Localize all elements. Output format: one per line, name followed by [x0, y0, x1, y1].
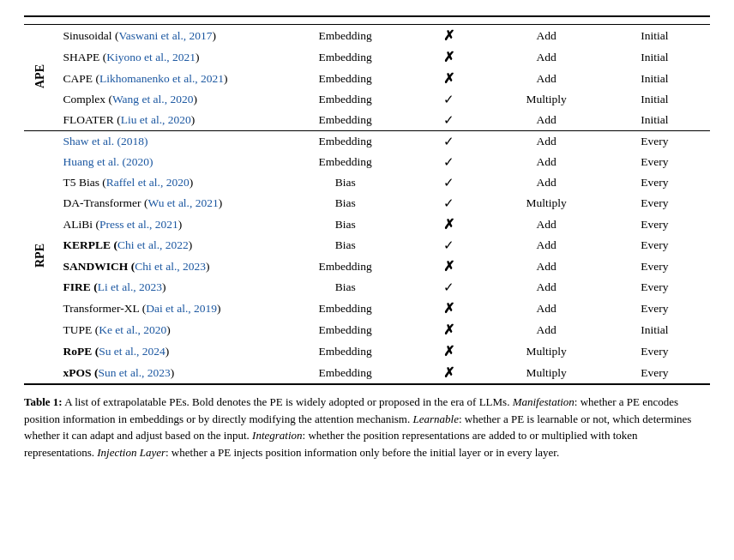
caption-learn-italic: Learnable [412, 412, 458, 425]
caption-label: Table 1: [24, 395, 63, 408]
table-caption: Table 1: A list of extrapolatable PEs. B… [24, 394, 710, 461]
table-row: T5 Bias (Raffel et al., 2020)Bias✓AddEve… [24, 172, 710, 193]
manifestation-cell: Embedding [286, 46, 405, 68]
manifestation-cell: Embedding [286, 25, 405, 47]
integration-cell: Add [493, 172, 599, 193]
table-row: Huang et al. (2020)Embedding✓AddEvery [24, 152, 710, 172]
manifestation-cell: Embedding [286, 131, 405, 153]
manifestation-cell: Embedding [286, 340, 405, 362]
table-row: CAPE (Likhomanenko et al., 2021)Embeddin… [24, 68, 710, 89]
table-row: ALiBi (Press et al., 2021)Bias✗AddEvery [24, 214, 710, 235]
learnable-cell: ✗ [405, 362, 493, 384]
learnable-cell: ✗ [405, 340, 493, 362]
learnable-cell: ✓ [405, 110, 493, 131]
manifestation-cell: Embedding [286, 89, 405, 110]
learnable-cell: ✗ [405, 46, 493, 68]
learnable-cell: ✓ [405, 277, 493, 298]
caption-inject-italic: Injection Layer [97, 446, 165, 459]
table-row: KERPLE (Chi et al., 2022)Bias✓AddEvery [24, 235, 710, 256]
integration-cell: Add [493, 68, 599, 89]
manifestation-cell: Embedding [286, 256, 405, 277]
injection-cell: Initial [599, 89, 710, 110]
table-row: SANDWICH (Chi et al., 2023)Embedding✗Add… [24, 256, 710, 277]
manifestation-cell: Bias [286, 214, 405, 235]
header-manifestation [286, 16, 405, 25]
integration-cell: Add [493, 235, 599, 256]
pe-name: ALiBi (Press et al., 2021) [57, 214, 286, 235]
pe-name: RoPE (Su et al., 2024) [57, 340, 286, 362]
integration-cell: Add [493, 46, 599, 68]
pe-name: T5 Bias (Raffel et al., 2020) [57, 172, 286, 193]
injection-cell: Every [599, 214, 710, 235]
learnable-cell: ✗ [405, 25, 493, 47]
manifestation-cell: Embedding [286, 362, 405, 384]
learnable-cell: ✓ [405, 172, 493, 193]
pe-name: DA-Transformer (Wu et al., 2021) [57, 193, 286, 214]
manifestation-cell: Bias [286, 235, 405, 256]
table-row: FIRE (Li et al., 2023)Bias✓AddEvery [24, 277, 710, 298]
injection-cell: Initial [599, 46, 710, 68]
table-row: TUPE (Ke et al., 2020)Embedding✗AddIniti… [24, 319, 710, 340]
table-row: xPOS (Sun et al., 2023)Embedding✗Multipl… [24, 362, 710, 384]
table-row: DA-Transformer (Wu et al., 2021)Bias✓Mul… [24, 193, 710, 214]
table-row: APESinusoidal (Vaswani et al., 2017)Embe… [24, 25, 710, 47]
table-row: Transformer-XL (Dai et al., 2019)Embeddi… [24, 298, 710, 319]
injection-cell: Initial [599, 319, 710, 340]
pe-name: TUPE (Ke et al., 2020) [57, 319, 286, 340]
table-row: Complex (Wang et al., 2020)Embedding✓Mul… [24, 89, 710, 110]
integration-cell: Multiply [493, 340, 599, 362]
learnable-cell: ✓ [405, 235, 493, 256]
pe-table: APESinusoidal (Vaswani et al., 2017)Embe… [24, 15, 710, 385]
pe-name: Huang et al. (2020) [57, 152, 286, 172]
integration-cell: Add [493, 131, 599, 153]
injection-cell: Every [599, 235, 710, 256]
manifestation-cell: Embedding [286, 298, 405, 319]
injection-cell: Every [599, 256, 710, 277]
integration-cell: Add [493, 277, 599, 298]
integration-cell: Add [493, 298, 599, 319]
injection-cell: Every [599, 172, 710, 193]
header-injection [599, 16, 710, 25]
pe-name: SANDWICH (Chi et al., 2023) [57, 256, 286, 277]
injection-cell: Every [599, 277, 710, 298]
table-row: FLOATER (Liu et al., 2020)Embedding✓AddI… [24, 110, 710, 131]
pe-name: Shaw et al. (2018) [57, 131, 286, 153]
group-label-RPE: RPE [24, 131, 57, 385]
injection-cell: Every [599, 298, 710, 319]
integration-cell: Add [493, 256, 599, 277]
injection-cell: Initial [599, 110, 710, 131]
injection-cell: Every [599, 340, 710, 362]
learnable-cell: ✓ [405, 89, 493, 110]
caption-integ-italic: Integration [252, 429, 303, 442]
header-integration [493, 16, 599, 25]
learnable-cell: ✓ [405, 152, 493, 172]
injection-cell: Initial [599, 25, 710, 47]
injection-cell: Every [599, 131, 710, 153]
injection-cell: Initial [599, 68, 710, 89]
injection-cell: Every [599, 193, 710, 214]
injection-cell: Every [599, 152, 710, 172]
learnable-cell: ✗ [405, 256, 493, 277]
table-row: RPEShaw et al. (2018)Embedding✓AddEvery [24, 131, 710, 153]
pe-name: FLOATER (Liu et al., 2020) [57, 110, 286, 131]
group-label-APE: APE [24, 25, 57, 131]
learnable-cell: ✓ [405, 193, 493, 214]
manifestation-cell: Bias [286, 193, 405, 214]
learnable-cell: ✗ [405, 319, 493, 340]
integration-cell: Add [493, 110, 599, 131]
learnable-cell: ✗ [405, 68, 493, 89]
caption-inject-text: : whether a PE injects position informat… [165, 446, 559, 459]
learnable-cell: ✓ [405, 131, 493, 153]
pe-name: Transformer-XL (Dai et al., 2019) [57, 298, 286, 319]
header-pe-group [24, 16, 57, 25]
integration-cell: Add [493, 319, 599, 340]
manifestation-cell: Embedding [286, 110, 405, 131]
learnable-cell: ✗ [405, 298, 493, 319]
learnable-cell: ✗ [405, 214, 493, 235]
table-row: SHAPE (Kiyono et al., 2021)Embedding✗Add… [24, 46, 710, 68]
integration-cell: Multiply [493, 89, 599, 110]
pe-name: xPOS (Sun et al., 2023) [57, 362, 286, 384]
header-pe [57, 16, 286, 25]
pe-name: CAPE (Likhomanenko et al., 2021) [57, 68, 286, 89]
integration-cell: Add [493, 214, 599, 235]
